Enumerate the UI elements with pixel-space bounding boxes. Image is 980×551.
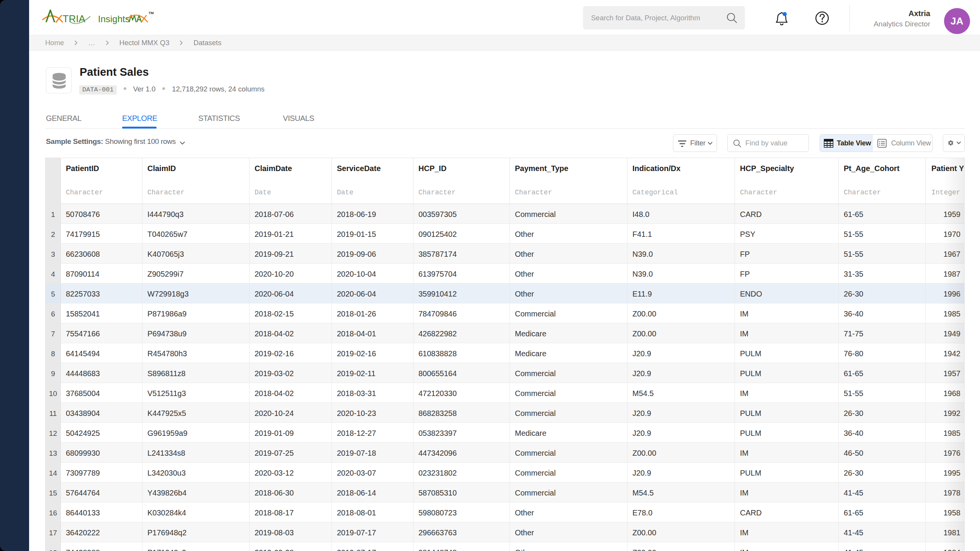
svg-text:Insights: Insights [98, 14, 130, 24]
svg-text:TRIA: TRIA [63, 13, 86, 24]
svg-text:TM: TM [149, 11, 154, 15]
